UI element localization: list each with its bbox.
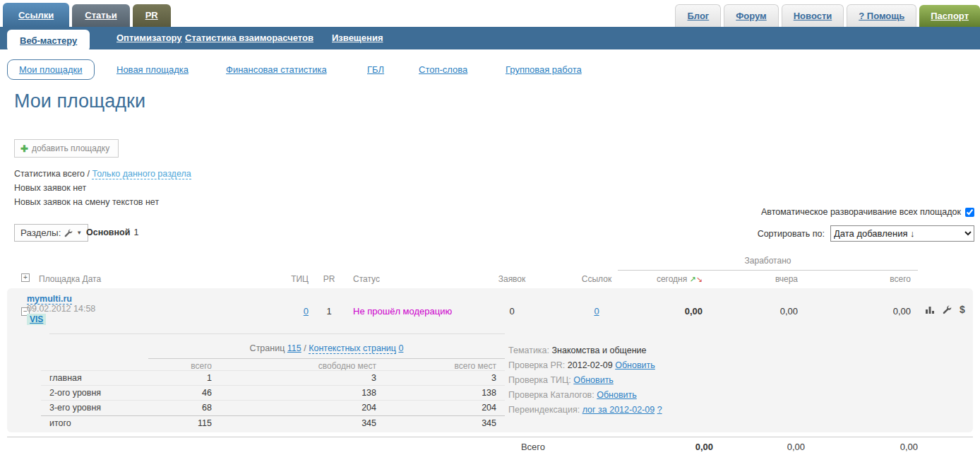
site-date: 09.02.2012 14:58 — [27, 304, 95, 314]
site-details: Тематика: Знакомства и общение Проверка … — [508, 343, 662, 418]
header-yesterday: вчера — [731, 274, 798, 284]
pages-cell: 1 — [106, 373, 212, 383]
site-cell: mymulti.ru 09.02.2012 14:58 VIS — [27, 294, 95, 325]
catalog-check-line: Проверка Каталогов: Обновить — [508, 388, 662, 403]
header-tic: ТИЦ — [268, 274, 309, 284]
row-tools: $ — [925, 304, 965, 315]
vis-badge[interactable]: VIS — [27, 314, 46, 325]
tab-links[interactable]: Ссылки — [3, 3, 69, 27]
pr-check-line: Проверка PR: 2012-02-09 Обновить — [508, 358, 662, 373]
yesterday-value: 0,00 — [731, 306, 798, 317]
sort-label: Сортировать по: — [758, 229, 825, 239]
tab-settlement-stats[interactable]: Статистика взаиморасчетов — [185, 32, 313, 43]
pages-row-label: 3-его уровня — [49, 403, 101, 413]
links-value-link[interactable]: 0 — [594, 306, 599, 317]
tab-news[interactable]: Новости — [782, 4, 844, 27]
stats-line1-prefix: Статистика всего / — [14, 169, 92, 179]
tab-pr[interactable]: PR — [133, 4, 171, 27]
tab-webmaster[interactable]: Веб-мастеру — [7, 30, 90, 52]
context-pages-link[interactable]: Контекстных страниц — [309, 343, 396, 354]
site-row-card: − mymulti.ru 09.02.2012 14:58 VIS 0 1 Не… — [7, 288, 973, 432]
pages-col-all-slots: всего мест — [390, 361, 496, 371]
subnav-fin-stats[interactable]: Финансовая статистика — [226, 64, 327, 75]
add-site-button[interactable]: ✚ добавить площадку — [14, 139, 119, 158]
total-value: 0,00 — [844, 306, 911, 317]
sections-button-label: Разделы: — [20, 228, 61, 238]
pages-cell: 68 — [106, 403, 212, 413]
tic-update-link[interactable]: Обновить — [573, 375, 614, 385]
tab-help[interactable]: ? Помощь — [847, 4, 916, 27]
pages-cell: 345 — [390, 418, 496, 428]
section-name: Основной — [86, 228, 130, 237]
sections-button[interactable]: Разделы: ▼ — [14, 224, 88, 242]
my-sites-page: Ссылки Статьи PR Блог Форум Новости ? По… — [0, 0, 980, 455]
site-domain-link[interactable]: mymulti.ru — [27, 294, 72, 305]
pages-row-label: 2-ого уровня — [49, 388, 101, 398]
only-section-link[interactable]: Только данного раздела — [92, 169, 191, 179]
pr-update-link[interactable]: Обновить — [615, 360, 655, 370]
sort-row: Сортировать по: Дата добавления ↓ — [758, 225, 974, 242]
subnav-group-work[interactable]: Групповая работа — [506, 64, 582, 75]
header-status: Статус — [353, 274, 380, 284]
top-bar: Ссылки Статьи PR Блог Форум Новости ? По… — [0, 0, 980, 27]
tab-forum[interactable]: Форум — [724, 4, 778, 27]
pages-cell: 204 — [270, 403, 376, 413]
add-site-label: добавить площадку — [32, 143, 109, 153]
pages-cell: 345 — [270, 418, 376, 428]
pages-count-link[interactable]: 115 — [287, 343, 301, 353]
theme-line: Тематика: Знакомства и общение — [508, 343, 662, 358]
chart-icon[interactable] — [925, 305, 935, 314]
requests-value: 0 — [487, 306, 537, 317]
plus-icon: ✚ — [20, 143, 28, 154]
subnav-my-sites[interactable]: Мои площадки — [7, 59, 95, 80]
pages-table-title: Страниц 115 / Контекстных страниц 0 — [148, 343, 505, 359]
dollar-icon[interactable]: $ — [960, 304, 965, 315]
catalog-update-link[interactable]: Обновить — [597, 390, 637, 400]
row-separator — [49, 333, 505, 334]
catalog-check-label: Проверка Каталогов: — [508, 390, 597, 400]
pages-col-total: всего — [106, 361, 212, 371]
expand-all-icon[interactable]: + — [21, 273, 30, 282]
top-tabs-right: Блог Форум Новости ? Помощь Паспорт — [675, 4, 980, 27]
subnav-new-site[interactable]: Новая площадка — [116, 64, 189, 75]
wrench-icon[interactable] — [943, 305, 952, 314]
reindex-log-link[interactable]: лог за 2012-02-09 — [582, 405, 655, 415]
tab-notifications[interactable]: Извещения — [332, 32, 383, 43]
pages-col-free-slots: свободно мест — [270, 361, 376, 371]
tic-check-line: Проверка ТИЦ: Обновить — [508, 373, 662, 388]
tab-optimizer[interactable]: Оптимизатору — [116, 32, 182, 43]
pages-cell: 3 — [270, 373, 376, 383]
sort-asc-icon[interactable]: ↗ — [690, 275, 696, 283]
totals-total: 0,00 — [847, 442, 918, 452]
header-today: сегодня ↗↘ — [635, 274, 703, 284]
theme-label: Тематика: — [508, 345, 552, 355]
pr-check-label: Проверка PR: — [508, 360, 568, 370]
totals-divider — [7, 437, 973, 437]
tab-articles[interactable]: Статьи — [72, 4, 129, 27]
stats-line1: Статистика всего / Только данного раздел… — [14, 167, 191, 181]
totals-yesterday: 0,00 — [734, 442, 805, 452]
header-today-label: сегодня — [657, 274, 687, 284]
subnav-gbl[interactable]: ГБЛ — [367, 64, 384, 75]
auto-expand-checkbox[interactable] — [965, 208, 974, 217]
reindex-line: Переиндексация: лог за 2012-02-09 ? — [508, 403, 662, 418]
stats-block: Статистика всего / Только данного раздел… — [14, 167, 191, 209]
pr-value: 1 — [318, 306, 340, 317]
tab-passport[interactable]: Паспорт — [919, 5, 980, 27]
reindex-help-link[interactable]: ? — [657, 405, 662, 415]
tic-value-link[interactable]: 0 — [304, 306, 309, 317]
pages-row-label: главная — [49, 373, 82, 383]
theme-value: Знакомства и общение — [552, 345, 647, 355]
status-value: Не прошёл модерацию — [353, 306, 452, 317]
page-title: Мои площадки — [14, 90, 145, 112]
wrench-icon — [64, 229, 73, 237]
subnav-stop-words[interactable]: Стоп-слова — [419, 64, 467, 75]
totals-label: Всего — [508, 442, 558, 452]
sort-select[interactable]: Дата добавления ↓ — [830, 225, 974, 242]
header-total: всего — [844, 274, 911, 284]
sort-desc-icon[interactable]: ↘ — [696, 275, 703, 283]
tab-blog[interactable]: Блог — [675, 4, 721, 27]
chevron-down-icon: ▼ — [76, 230, 82, 236]
pages-table-total-divider — [41, 415, 505, 416]
context-pages-count-link[interactable]: 0 — [398, 343, 403, 353]
